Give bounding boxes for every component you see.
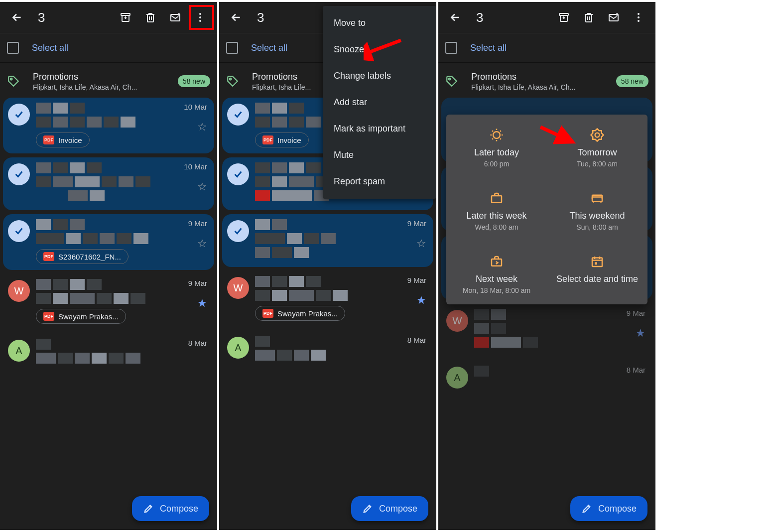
email-row[interactable]: A 8 Mar <box>3 334 214 373</box>
selected-check-icon[interactable] <box>227 163 249 185</box>
svg-point-4 <box>199 16 201 18</box>
selected-check-icon[interactable] <box>227 104 249 126</box>
back-icon[interactable] <box>443 5 467 29</box>
email-row[interactable]: W 9 Mar ★ <box>441 304 652 357</box>
attachment-chip[interactable]: PDF Swayam Prakas... <box>255 306 345 321</box>
snooze-option-title: This weekend <box>552 211 643 221</box>
delete-icon[interactable] <box>577 5 601 29</box>
svg-point-19 <box>595 133 600 137</box>
mark-unread-icon[interactable] <box>602 5 626 29</box>
compose-button[interactable]: Compose <box>351 496 428 521</box>
back-icon[interactable] <box>224 5 248 29</box>
snooze-option-title: Tomorrow <box>552 147 643 158</box>
attachment-chip[interactable]: PDF Invoice <box>36 133 90 147</box>
selected-check-icon[interactable] <box>8 104 30 126</box>
avatar[interactable]: W <box>8 280 30 302</box>
avatar[interactable]: W <box>446 310 468 332</box>
back-icon[interactable] <box>5 5 29 29</box>
more-icon[interactable] <box>627 5 650 29</box>
snooze-later-today[interactable]: Later today 6:00 pm <box>446 115 547 178</box>
svg-point-5 <box>199 20 201 22</box>
promotions-header[interactable]: Promotions Flipkart, Isha Life, Akasa Ai… <box>0 63 217 93</box>
select-all-label: Select all <box>32 43 68 53</box>
selected-check-icon[interactable] <box>8 163 30 185</box>
svg-point-15 <box>638 20 640 22</box>
selected-check-icon[interactable] <box>8 220 30 242</box>
attachment-chip[interactable]: PDF Invoice <box>255 133 309 147</box>
email-list: PDF Invoice 10 Mar ☆ 10 Mar ☆ <box>0 93 217 373</box>
menu-add-star[interactable]: Add star <box>323 89 436 116</box>
star-icon[interactable]: ★ <box>636 327 645 340</box>
email-date: 9 Mar <box>188 219 207 228</box>
email-row[interactable]: W PDF Swayam Prakas... 9 Mar ★ <box>222 271 433 327</box>
menu-snooze[interactable]: Snooze <box>323 36 436 63</box>
pdf-icon: PDF <box>262 309 273 318</box>
snooze-next-week[interactable]: Next week Mon, 18 Mar, 8:00 am <box>446 241 547 304</box>
promotions-header[interactable]: Promotions Flipkart, Isha Life, Akasa Ai… <box>438 63 655 93</box>
email-date: 9 Mar <box>627 309 645 317</box>
email-date: 9 Mar <box>407 219 426 228</box>
archive-icon[interactable] <box>552 5 576 29</box>
snooze-tomorrow[interactable]: Tomorrow Tue, 8:00 am <box>547 115 647 178</box>
pdf-icon: PDF <box>43 312 54 321</box>
star-icon[interactable]: ☆ <box>416 237 426 250</box>
star-icon[interactable]: ★ <box>416 294 426 307</box>
calendar-icon <box>552 253 643 270</box>
star-icon[interactable]: ☆ <box>197 237 207 250</box>
select-all-label: Select all <box>470 43 507 53</box>
select-all-checkbox[interactable] <box>226 42 238 54</box>
email-row[interactable]: PDF S236071602_FN... 9 Mar ☆ <box>3 214 214 270</box>
email-date: 8 Mar <box>407 336 426 344</box>
compose-button[interactable]: Compose <box>132 496 209 521</box>
svg-point-13 <box>638 13 640 15</box>
svg-rect-10 <box>559 13 568 15</box>
snooze-option-title: Later this week <box>451 211 542 221</box>
email-row[interactable]: A 8 Mar <box>441 361 652 395</box>
archive-icon[interactable] <box>114 5 137 29</box>
brightness-icon <box>451 127 542 143</box>
svg-point-2 <box>178 13 180 16</box>
menu-mark-important[interactable]: Mark as important <box>323 116 436 142</box>
email-row[interactable]: PDF Invoice 10 Mar ☆ <box>3 98 214 153</box>
mark-unread-icon[interactable] <box>163 5 187 29</box>
more-icon[interactable] <box>188 5 212 29</box>
compose-button[interactable]: Compose <box>570 496 647 521</box>
attachment-name: Swayam Prakas... <box>58 312 119 321</box>
svg-point-12 <box>616 13 619 16</box>
avatar[interactable]: W <box>227 277 249 299</box>
couch-icon <box>552 190 643 207</box>
menu-change-labels[interactable]: Change labels <box>323 63 436 89</box>
select-all-row[interactable]: Select all <box>438 33 655 63</box>
email-row[interactable]: 9 Mar ☆ <box>222 214 433 267</box>
menu-mute[interactable]: Mute <box>323 142 436 168</box>
promotions-title: Promotions <box>471 72 603 82</box>
avatar[interactable]: A <box>8 340 30 362</box>
svg-rect-0 <box>121 13 130 15</box>
selected-check-icon[interactable] <box>227 220 249 242</box>
snooze-select-date[interactable]: Select date and time <box>547 241 647 304</box>
promotions-subtitle: Flipkart, Isha Life, Akasa Air, Ch... <box>471 83 603 91</box>
email-date: 8 Mar <box>188 339 207 347</box>
star-icon[interactable]: ★ <box>197 297 207 310</box>
delete-icon[interactable] <box>138 5 162 29</box>
menu-report-spam[interactable]: Report spam <box>323 168 436 195</box>
snooze-later-this-week[interactable]: Later this week Wed, 8:00 am <box>446 178 547 241</box>
panel-1: 3 Select all Promotions Flipkart, Isha <box>0 2 217 530</box>
select-all-checkbox[interactable] <box>445 42 457 54</box>
selection-count: 3 <box>38 10 110 25</box>
email-row[interactable]: A 8 Mar <box>222 331 433 370</box>
snooze-this-weekend[interactable]: This weekend Sun, 8:00 am <box>547 178 647 241</box>
attachment-chip[interactable]: PDF Swayam Prakas... <box>36 309 126 324</box>
attachment-chip[interactable]: PDF S236071602_FN... <box>36 249 129 264</box>
svg-point-16 <box>449 78 450 80</box>
star-icon[interactable]: ☆ <box>197 121 207 133</box>
avatar[interactable]: A <box>446 367 468 389</box>
menu-move-to[interactable]: Move to <box>323 10 436 36</box>
select-all-row[interactable]: Select all <box>0 33 217 63</box>
next-week-icon <box>451 253 542 270</box>
email-row[interactable]: W PDF Swayam Prakas... 9 Mar ★ <box>3 274 214 330</box>
avatar[interactable]: A <box>227 337 249 359</box>
select-all-checkbox[interactable] <box>7 42 19 54</box>
star-icon[interactable]: ☆ <box>197 180 207 193</box>
email-row[interactable]: 10 Mar ☆ <box>3 157 214 210</box>
